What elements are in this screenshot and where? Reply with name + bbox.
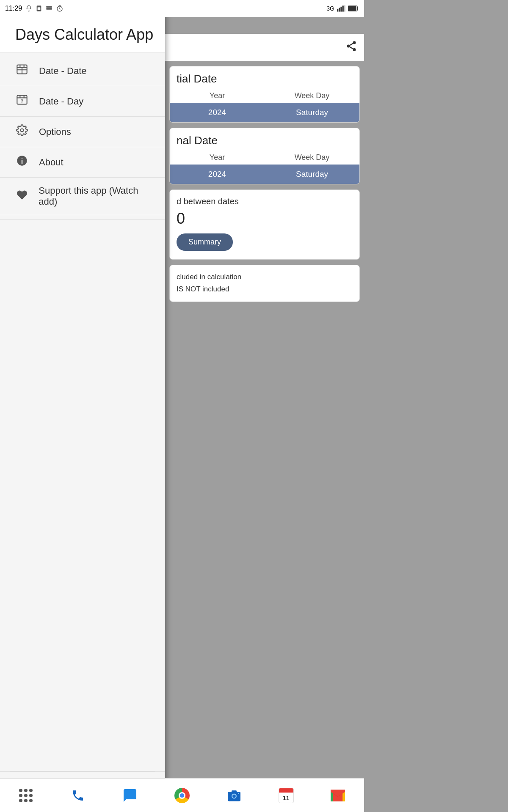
status-time-area: 11:29 — [5, 5, 64, 12]
initial-date-values: 2024 Saturday — [170, 103, 359, 122]
result-section: d between dates 0 Summary — [169, 189, 360, 260]
svg-rect-9 — [344, 5, 345, 12]
chrome-icon[interactable] — [171, 785, 193, 806]
initial-weekday-value: Saturday — [265, 103, 359, 122]
svg-rect-8 — [342, 5, 344, 11]
share-icon[interactable] — [345, 40, 357, 55]
final-date-values: 2024 Saturday — [170, 165, 359, 184]
drawer-item-date-date[interactable]: Date - Date — [0, 56, 165, 86]
heart-icon — [15, 189, 28, 204]
drawer-item-options[interactable]: Options — [0, 117, 165, 147]
svg-point-14 — [353, 48, 356, 51]
svg-line-16 — [350, 43, 353, 45]
notification-icon — [25, 5, 32, 12]
calendar-grid-icon — [15, 63, 29, 78]
result-value: 0 — [177, 210, 353, 228]
final-date-card: nal Date Year Week Day 2024 Saturday — [169, 128, 360, 184]
svg-rect-3 — [46, 8, 52, 9]
svg-point-35 — [232, 794, 236, 798]
initial-date-headers: Year Week Day — [170, 89, 359, 103]
svg-rect-7 — [340, 7, 342, 12]
svg-point-13 — [347, 44, 350, 47]
battery-icon — [348, 5, 359, 11]
initial-date-title: tial Date — [170, 66, 359, 89]
drawer-item-about[interactable]: About — [0, 147, 165, 178]
storage-icon — [46, 5, 52, 12]
svg-point-30 — [22, 158, 22, 159]
time-display: 11:29 — [5, 5, 22, 12]
apps-icon[interactable] — [15, 785, 36, 806]
drawer-label-date-date: Date - Date — [39, 66, 87, 77]
initial-year-value: 2024 — [170, 103, 265, 122]
drawer-label-options: Options — [39, 126, 71, 137]
timer-icon — [56, 5, 64, 12]
final-weekday-header: Week Day — [265, 151, 359, 165]
drawer-divider — [0, 219, 165, 220]
final-weekday-value: Saturday — [265, 165, 359, 184]
calendar-app-icon[interactable]: 11 — [276, 785, 297, 806]
initial-year-header: Year — [170, 89, 265, 103]
inclusion-note: cluded in calculation IS NOT included — [169, 265, 360, 302]
settings-icon — [15, 124, 29, 139]
drawer-title: Days Calculator App — [15, 25, 157, 44]
phone-icon[interactable] — [67, 785, 88, 806]
drawer-label-support: Support this app (Watch add) — [39, 185, 157, 207]
svg-point-37 — [238, 793, 239, 794]
final-year-value: 2024 — [170, 165, 265, 184]
status-bar: 11:29 3G — [0, 0, 364, 17]
info-icon — [15, 155, 29, 170]
svg-rect-1 — [38, 7, 41, 10]
camera-icon[interactable] — [224, 785, 245, 806]
inclusion-text-2: IS NOT included — [177, 283, 353, 296]
svg-line-15 — [350, 47, 353, 49]
initial-date-card: tial Date Year Week Day 2024 Saturday — [169, 66, 360, 123]
drawer-items-list: Date - Date ? Date - Day — [0, 52, 165, 771]
gmail-icon[interactable] — [327, 785, 348, 806]
status-right-area: 3G — [326, 5, 359, 12]
svg-rect-11 — [348, 6, 356, 11]
svg-text:?: ? — [21, 99, 23, 104]
summary-button[interactable]: Summary — [177, 233, 233, 251]
signal-icon — [337, 5, 345, 12]
svg-rect-31 — [22, 160, 22, 164]
svg-point-28 — [21, 129, 24, 132]
drawer-label-about: About — [39, 157, 64, 168]
sim-icon — [36, 5, 42, 12]
result-title: d between dates — [177, 197, 353, 206]
svg-rect-5 — [337, 9, 338, 12]
message-icon[interactable] — [119, 785, 141, 806]
final-date-title: nal Date — [170, 128, 359, 151]
drawer-item-date-day[interactable]: ? Date - Day — [0, 86, 165, 117]
nav-bar: 11 — [0, 778, 364, 812]
calendar-question-icon: ? — [15, 94, 29, 109]
svg-rect-2 — [46, 6, 52, 8]
svg-point-12 — [353, 41, 356, 44]
nav-drawer: Days Calculator App Date - Date — [0, 0, 165, 812]
drawer-label-date-day: Date - Day — [39, 96, 83, 107]
svg-rect-36 — [232, 790, 237, 793]
final-year-header: Year — [170, 151, 265, 165]
inclusion-text-1: cluded in calculation — [177, 271, 353, 283]
network-indicator: 3G — [326, 5, 334, 12]
final-date-headers: Year Week Day — [170, 151, 359, 165]
svg-rect-6 — [339, 8, 340, 11]
drawer-item-support[interactable]: Support this app (Watch add) — [0, 178, 165, 215]
initial-weekday-header: Week Day — [265, 89, 359, 103]
